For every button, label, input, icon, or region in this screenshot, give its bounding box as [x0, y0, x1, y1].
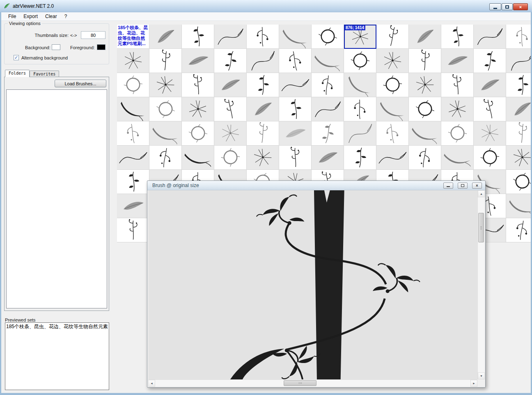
background-color-swatch[interactable]	[52, 44, 60, 50]
previewed-set-item[interactable]: 185个枝条、昆虫、花边、花纹等生物自然元素	[5, 323, 109, 331]
brush-thumbnail-cell[interactable]	[182, 121, 214, 146]
brush-thumbnail-cell[interactable]	[376, 25, 409, 49]
vertical-scroll-thumb[interactable]	[478, 213, 484, 242]
brush-thumbnail-cell[interactable]	[182, 73, 214, 97]
previewed-sets-list[interactable]: 185个枝条、昆虫、花边、花纹等生物自然元素	[5, 322, 109, 390]
vertical-scrollbar[interactable]: ▲ ▼	[477, 190, 484, 379]
brush-thumbnail-cell[interactable]	[214, 121, 247, 146]
brush-thumbnail-cell[interactable]	[376, 121, 409, 146]
brush-thumbnail-cell[interactable]	[409, 121, 441, 146]
tab-folders[interactable]: Folders	[5, 70, 30, 77]
brush-thumbnail-cell[interactable]	[441, 25, 474, 49]
brush-thumbnail-cell[interactable]	[506, 170, 531, 194]
brush-thumbnail-cell[interactable]	[474, 25, 506, 49]
brush-thumbnail-cell[interactable]	[441, 73, 474, 97]
brush-thumbnail-cell[interactable]: 185个枝条、昆虫、花边、花纹等生物自然元素PS笔刷...	[117, 25, 149, 49]
menu-export[interactable]: Export	[20, 12, 41, 21]
brush-thumbnail-cell[interactable]	[214, 49, 247, 73]
brush-thumbnail-cell[interactable]	[247, 25, 279, 49]
brush-thumbnail-cell[interactable]	[409, 25, 441, 49]
brush-thumbnail-cell[interactable]	[474, 146, 506, 170]
brush-thumbnail-cell[interactable]	[117, 218, 149, 242]
brush-thumbnail-cell[interactable]	[247, 49, 279, 73]
scroll-down-button[interactable]: ▼	[478, 372, 485, 379]
brush-thumbnail-cell[interactable]	[149, 97, 182, 121]
brush-thumbnail-cell[interactable]	[474, 97, 506, 121]
brush-thumbnail-cell[interactable]	[117, 146, 149, 170]
brush-thumbnail-cell[interactable]	[214, 25, 247, 49]
foreground-color-swatch[interactable]	[97, 44, 105, 50]
tab-favorites[interactable]: Favorites	[30, 71, 59, 77]
brush-thumbnail-cell[interactable]	[214, 146, 247, 170]
brush-thumbnail-cell[interactable]	[409, 73, 441, 97]
preview-minimize-button[interactable]	[443, 183, 453, 189]
brush-thumbnail-cell[interactable]	[312, 49, 344, 73]
brush-thumbnail-cell[interactable]	[214, 97, 247, 121]
brush-thumbnail-cell[interactable]	[441, 49, 474, 73]
brush-thumbnail-cell[interactable]	[312, 73, 344, 97]
brush-thumbnail-cell[interactable]	[279, 73, 312, 97]
brush-thumbnail-cell[interactable]	[247, 73, 279, 97]
brush-thumbnail-cell[interactable]	[506, 97, 531, 121]
minimize-button[interactable]	[489, 3, 501, 10]
brush-thumbnail-cell[interactable]	[279, 97, 312, 121]
brush-thumbnail-cell[interactable]	[376, 49, 409, 73]
folders-list[interactable]	[6, 89, 107, 308]
brush-thumbnail-cell[interactable]	[247, 146, 279, 170]
brush-thumbnail-cell[interactable]	[474, 73, 506, 97]
brush-thumbnail-cell[interactable]	[312, 146, 344, 170]
maximize-button[interactable]	[502, 3, 513, 10]
brush-thumbnail-cell[interactable]	[214, 73, 247, 97]
brush-thumbnail-cell[interactable]	[344, 73, 376, 97]
brush-thumbnail-cell[interactable]	[117, 170, 149, 194]
preview-window-titlebar[interactable]: Brush @ original size ×	[147, 181, 485, 190]
brush-thumbnail-cell[interactable]	[441, 146, 474, 170]
menu-help[interactable]: ?	[61, 12, 71, 21]
thumbnails-size-input[interactable]	[81, 31, 105, 39]
brush-thumbnail-cell[interactable]	[149, 49, 182, 73]
brush-thumbnail-cell[interactable]	[344, 97, 376, 121]
brush-thumbnail-cell[interactable]	[279, 49, 312, 73]
brush-thumbnail-cell[interactable]	[344, 49, 376, 73]
brush-thumbnail-cell[interactable]	[506, 146, 531, 170]
brush-thumbnail-cell[interactable]	[117, 49, 149, 73]
scroll-up-button[interactable]: ▲	[478, 190, 485, 197]
brush-thumbnail-cell[interactable]	[506, 25, 531, 49]
preview-maximize-button[interactable]	[458, 183, 468, 189]
brush-thumbnail-cell[interactable]	[279, 25, 312, 49]
brush-thumbnail-cell[interactable]	[344, 146, 376, 170]
window-titlebar[interactable]: abrViewer.NET 2.0 ×	[0, 0, 532, 12]
brush-thumbnail-cell[interactable]	[117, 194, 149, 218]
menu-clear[interactable]: Clear	[41, 12, 61, 21]
alternating-background-checkbox[interactable]: ✓	[14, 55, 19, 60]
brush-thumbnail-cell[interactable]	[409, 97, 441, 121]
brush-thumbnail-cell[interactable]	[441, 97, 474, 121]
brush-thumbnail-cell[interactable]	[182, 25, 214, 49]
brush-thumbnail-cell[interactable]	[506, 194, 531, 218]
brush-thumbnail-cell[interactable]	[506, 73, 531, 97]
brush-thumbnail-cell[interactable]	[247, 121, 279, 146]
brush-thumbnail-cell[interactable]	[117, 73, 149, 97]
brush-thumbnail-cell[interactable]: 876; 1414	[344, 25, 376, 49]
brush-thumbnail-cell[interactable]	[117, 121, 149, 146]
scroll-right-button[interactable]: ►	[470, 380, 477, 387]
brush-thumbnail-cell[interactable]	[376, 97, 409, 121]
menu-file[interactable]: File	[5, 12, 20, 21]
brush-thumbnail-cell[interactable]	[117, 97, 149, 121]
brush-thumbnail-cell[interactable]	[182, 146, 214, 170]
brush-thumbnail-cell[interactable]	[182, 97, 214, 121]
brush-thumbnail-cell[interactable]	[279, 121, 312, 146]
brush-thumbnail-cell[interactable]	[312, 121, 344, 146]
brush-thumbnail-cell[interactable]	[149, 146, 182, 170]
horizontal-scrollbar[interactable]: ◄ ►	[148, 379, 477, 386]
brush-thumbnail-cell[interactable]	[506, 121, 531, 146]
brush-thumbnail-cell[interactable]	[149, 121, 182, 146]
brush-thumbnail-cell[interactable]	[149, 73, 182, 97]
scroll-left-button[interactable]: ◄	[148, 380, 155, 387]
brush-thumbnail-cell[interactable]	[474, 49, 506, 73]
load-brushes-button[interactable]: Load Brushes...	[55, 80, 106, 87]
close-button[interactable]: ×	[513, 3, 528, 10]
brush-thumbnail-cell[interactable]	[474, 121, 506, 146]
brush-thumbnail-cell[interactable]	[247, 97, 279, 121]
brush-thumbnail-cell[interactable]	[312, 25, 344, 49]
